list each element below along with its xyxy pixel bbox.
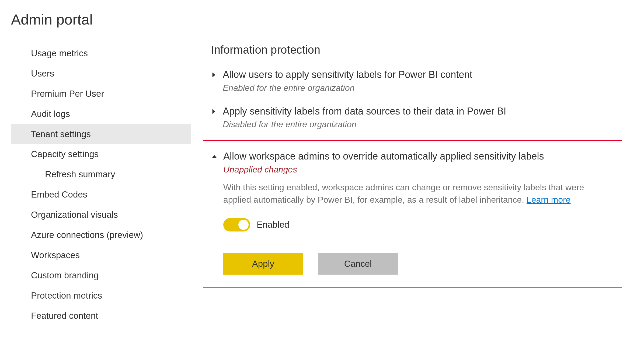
content-area: Information protection Allow users to ap… [191, 43, 644, 337]
setting-header[interactable]: Allow users to apply sensitivity labels … [211, 68, 633, 93]
sidebar-item-azure-connections-preview[interactable]: Azure connections (preview) [11, 225, 191, 245]
svg-marker-1 [213, 109, 215, 114]
setting-title: Allow users to apply sensitivity labels … [223, 68, 633, 81]
setting-status-unapplied: Unapplied changes [223, 165, 622, 175]
sidebar-item-capacity-settings[interactable]: Capacity settings [11, 144, 191, 164]
sidebar-item-usage-metrics[interactable]: Usage metrics [11, 43, 191, 64]
sidebar-item-embed-codes[interactable]: Embed Codes [11, 185, 191, 205]
sidebar-item-featured-content[interactable]: Featured content [11, 306, 191, 326]
setting-description: With this setting enabled, workspace adm… [223, 181, 600, 206]
chevron-right-icon [211, 72, 217, 78]
setting-status: Disabled for the entire organization [223, 119, 633, 129]
setting-row: Allow users to apply sensitivity labels … [211, 68, 633, 93]
setting-title: Allow workspace admins to override autom… [223, 150, 622, 163]
highlighted-setting-box: Allow workspace admins to override autom… [203, 140, 622, 287]
svg-marker-2 [212, 155, 217, 158]
toggle-knob [238, 220, 249, 230]
chevron-up-icon [211, 154, 217, 160]
section-heading: Information protection [211, 43, 633, 56]
svg-marker-0 [213, 72, 215, 77]
sidebar-item-organizational-visuals[interactable]: Organizational visuals [11, 205, 191, 225]
sidebar: Usage metricsUsersPremium Per UserAudit … [11, 43, 191, 337]
setting-title: Apply sensitivity labels from data sourc… [223, 105, 633, 118]
enabled-toggle[interactable] [223, 218, 250, 231]
sidebar-item-workspaces[interactable]: Workspaces [11, 245, 191, 265]
sidebar-item-custom-branding[interactable]: Custom branding [11, 265, 191, 286]
setting-header[interactable]: Apply sensitivity labels from data sourc… [211, 105, 633, 130]
button-row: Apply Cancel [223, 253, 622, 275]
toggle-label: Enabled [257, 220, 289, 230]
sidebar-item-premium-per-user[interactable]: Premium Per User [11, 84, 191, 104]
learn-more-link[interactable]: Learn more [527, 193, 571, 206]
setting-status: Enabled for the entire organization [223, 83, 633, 93]
toggle-row: Enabled [223, 218, 622, 231]
page-title: Admin portal [0, 0, 644, 28]
sidebar-item-audit-logs[interactable]: Audit logs [11, 104, 191, 124]
apply-button[interactable]: Apply [223, 253, 303, 275]
sidebar-item-users[interactable]: Users [11, 64, 191, 84]
setting-row: Apply sensitivity labels from data sourc… [211, 105, 633, 130]
sidebar-item-tenant-settings[interactable]: Tenant settings [11, 124, 191, 144]
chevron-right-icon [211, 109, 217, 115]
cancel-button[interactable]: Cancel [318, 253, 398, 275]
sidebar-item-protection-metrics[interactable]: Protection metrics [11, 286, 191, 306]
setting-row: Allow workspace admins to override autom… [203, 150, 622, 274]
sidebar-item-refresh-summary[interactable]: Refresh summary [11, 164, 191, 185]
setting-header[interactable]: Allow workspace admins to override autom… [211, 150, 622, 274]
